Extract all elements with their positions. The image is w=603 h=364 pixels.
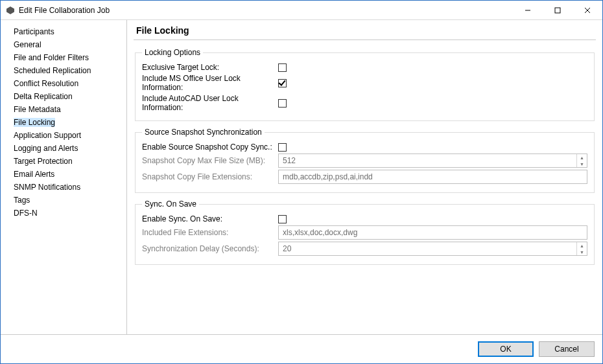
sidebar-item-label: Participants <box>14 27 54 36</box>
sidebar-item[interactable]: General <box>1 38 126 51</box>
input-syncsave-included[interactable]: xls,xlsx,doc,docx,dwg <box>278 225 587 240</box>
spinner-value: 20 <box>279 242 576 255</box>
spinner-arrows: ▲ ▼ <box>576 154 587 167</box>
maximize-button[interactable] <box>543 1 573 19</box>
label-syncsave-enable: Enable Sync. On Save: <box>142 214 278 223</box>
sidebar-item-label: SNMP Notifications <box>14 183 80 192</box>
sidebar-item-label: General <box>14 40 41 49</box>
row-syncsave-delay: Synchronization Delay (Seconds): 20 ▲ ▼ <box>142 242 587 256</box>
group-legend: Source Snapshot Synchronization <box>142 128 265 137</box>
sidebar-item[interactable]: Tags <box>1 194 126 207</box>
checkbox-msoffice-lock[interactable] <box>278 79 287 87</box>
row-syncsave-included: Included File Extensions: xls,xlsx,doc,d… <box>142 225 587 240</box>
minimize-button[interactable] <box>513 1 543 19</box>
sidebar-item-label: Application Support <box>14 131 81 140</box>
row-autocad-lock: Include AutoCAD User Lock Information: <box>142 94 587 112</box>
row-exclusive-lock: Exclusive Target Lock: <box>142 63 587 72</box>
sidebar-item[interactable]: Logging and Alerts <box>1 142 126 155</box>
sidebar-item[interactable]: Scheduled Replication <box>1 64 126 77</box>
sidebar-item-label: Scheduled Replication <box>14 66 91 75</box>
label-autocad-lock: Include AutoCAD User Lock Information: <box>142 94 278 112</box>
spinner-syncsave-delay[interactable]: 20 ▲ ▼ <box>278 242 587 256</box>
sidebar-item[interactable]: Target Protection <box>1 155 126 168</box>
label-snapshot-maxsize: Snapshot Copy Max File Size (MB): <box>142 156 278 165</box>
ok-button[interactable]: OK <box>478 341 534 357</box>
input-snapshot-ext[interactable]: mdb,accdb,zip,psd,ai,indd <box>278 170 587 184</box>
close-button[interactable] <box>573 1 602 19</box>
window-title: Edit File Collaboration Job <box>19 6 513 15</box>
sidebar-item[interactable]: File Locking <box>1 116 126 129</box>
sidebar-item[interactable]: DFS-N <box>1 207 126 220</box>
spinner-value: 512 <box>279 154 576 167</box>
spinner-up-icon[interactable]: ▲ <box>577 154 587 161</box>
sidebar-item[interactable]: Delta Replication <box>1 90 126 103</box>
sidebar-item-label: Logging and Alerts <box>14 144 78 153</box>
sidebar-item[interactable]: Conflict Resolution <box>1 77 126 90</box>
label-syncsave-delay: Synchronization Delay (Seconds): <box>142 244 278 253</box>
row-snapshot-maxsize: Snapshot Copy Max File Size (MB): 512 ▲ … <box>142 154 587 168</box>
groups-container: Locking Options Exclusive Target Lock: I… <box>134 48 596 334</box>
label-exclusive-lock: Exclusive Target Lock: <box>142 63 278 72</box>
spinner-down-icon[interactable]: ▼ <box>577 249 587 255</box>
sidebar-item[interactable]: Email Alerts <box>1 168 126 181</box>
group-source-snapshot: Source Snapshot Synchronization Enable S… <box>135 128 595 193</box>
sidebar-item-label: File Locking <box>14 118 55 127</box>
checkbox-autocad-lock[interactable] <box>278 99 287 108</box>
sidebar-item[interactable]: File Metadata <box>1 103 126 116</box>
sidebar-item[interactable]: Application Support <box>1 129 126 142</box>
row-msoffice-lock: Include MS Office User Lock Information: <box>142 74 587 92</box>
cancel-button[interactable]: Cancel <box>539 341 595 357</box>
spinner-snapshot-maxsize[interactable]: 512 ▲ ▼ <box>278 154 587 168</box>
page-title: File Locking <box>134 24 596 40</box>
sidebar-item-label: Target Protection <box>14 157 73 166</box>
sidebar-item-label: DFS-N <box>14 209 38 218</box>
svg-marker-0 <box>6 6 14 14</box>
dialog-body: ParticipantsGeneralFile and Folder Filte… <box>1 20 602 334</box>
sidebar-item-label: Tags <box>14 196 30 205</box>
label-snapshot-ext: Snapshot Copy File Extensions: <box>142 172 278 181</box>
svg-rect-2 <box>555 8 560 13</box>
window-buttons <box>513 1 602 19</box>
checkbox-syncsave-enable[interactable] <box>278 215 287 223</box>
group-legend: Sync. On Save <box>142 199 199 209</box>
group-locking-options: Locking Options Exclusive Target Lock: I… <box>135 48 595 121</box>
app-icon <box>6 6 15 15</box>
group-legend: Locking Options <box>142 48 203 57</box>
dialog-window: Edit File Collaboration Job Participants… <box>0 0 603 364</box>
label-syncsave-included: Included File Extensions: <box>142 228 278 237</box>
spinner-up-icon[interactable]: ▲ <box>577 242 587 249</box>
row-syncsave-enable: Enable Sync. On Save: <box>142 214 587 223</box>
sidebar-item-label: Delta Replication <box>14 92 73 101</box>
sidebar-item-label: Email Alerts <box>14 170 54 179</box>
sidebar: ParticipantsGeneralFile and Folder Filte… <box>1 20 127 334</box>
sidebar-item-label: Conflict Resolution <box>14 79 78 88</box>
sidebar-item[interactable]: File and Folder Filters <box>1 51 126 64</box>
dialog-footer: OK Cancel <box>1 334 602 363</box>
checkbox-snapshot-enable[interactable] <box>278 143 287 152</box>
checkbox-exclusive-lock[interactable] <box>278 63 287 72</box>
label-snapshot-enable: Enable Source Snapshot Copy Sync.: <box>142 142 278 152</box>
sidebar-item-label: File Metadata <box>14 105 61 114</box>
label-msoffice-lock: Include MS Office User Lock Information: <box>142 74 278 92</box>
row-snapshot-ext: Snapshot Copy File Extensions: mdb,accdb… <box>142 170 587 184</box>
group-sync-on-save: Sync. On Save Enable Sync. On Save: Incl… <box>135 199 595 265</box>
spinner-down-icon[interactable]: ▼ <box>577 161 587 167</box>
content-area: File Locking Locking Options Exclusive T… <box>127 20 602 334</box>
sidebar-item[interactable]: Participants <box>1 25 126 38</box>
sidebar-item[interactable]: SNMP Notifications <box>1 181 126 194</box>
row-snapshot-enable: Enable Source Snapshot Copy Sync.: <box>142 142 587 152</box>
titlebar: Edit File Collaboration Job <box>1 1 602 20</box>
sidebar-item-label: File and Folder Filters <box>14 53 89 62</box>
spinner-arrows: ▲ ▼ <box>576 242 587 255</box>
